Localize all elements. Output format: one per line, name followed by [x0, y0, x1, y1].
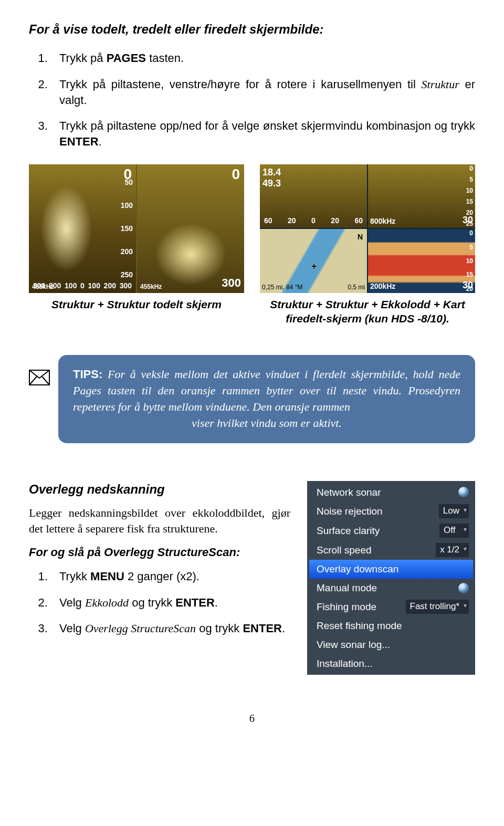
o-step-2: Velg Ekkolodd og trykk ENTER. — [51, 595, 290, 611]
menu-item[interactable]: Noise rejectionLow — [309, 501, 473, 521]
menu-item-label: Overlay downscan — [317, 562, 398, 576]
menu-item-label: Surface clarity — [317, 524, 380, 538]
steps-list-1: Trykk på PAGES tasten. Trykk på piltaste… — [51, 50, 475, 149]
menu-item-value[interactable]: Off — [439, 524, 469, 538]
quad-q2: 0 5 10 15 20 25 800kHz 30 — [368, 164, 475, 228]
step-3: Trykk på piltastene opp/ned for å velge … — [51, 118, 475, 149]
screenshot-left-col: 0 50 100 150 200 250 455kHz 300 200 100 … — [29, 164, 244, 326]
menu-item[interactable]: Scroll speedx 1/2 — [309, 540, 473, 560]
page-number: 6 — [29, 712, 475, 726]
step-1: Trykk på PAGES tasten. — [51, 50, 475, 66]
menu-item-label: Fishing mode — [317, 600, 376, 614]
menu-item-label: Scroll speed — [317, 543, 372, 557]
overlegg-body: Legger nedskanningsbildet over ekkoloddb… — [29, 505, 290, 536]
step-2: Trykk på piltastene, venstre/høyre for å… — [51, 77, 475, 108]
quad-echo: 0 5 10 15 20 200kHz 30 — [368, 229, 475, 293]
o-step-1: Trykk MENU 2 ganger (x2). — [51, 569, 290, 584]
menu-item-value[interactable]: Fast trolling* — [406, 600, 469, 614]
sonar-quad: 18.4 49.3 60 20 0 20 60 0 5 10 15 20 25 — [260, 164, 475, 293]
quad-map: N + 0,25 mi, 84 °M 0,5 mi — [260, 229, 367, 293]
menu-item[interactable]: Reset fishing mode — [309, 616, 473, 635]
overlegg-title: Overlegg nedskanning — [29, 481, 290, 498]
sonar-two-pane: 0 50 100 150 200 250 455kHz 300 200 100 … — [29, 164, 244, 293]
menu-screenshot: Network sonarNoise rejectionLowSurface c… — [307, 481, 475, 675]
radio-icon[interactable] — [458, 487, 469, 497]
menu-item-label: Manual mode — [317, 581, 377, 595]
radio-icon[interactable] — [458, 583, 469, 593]
menu-item-label: View sonar log... — [317, 638, 390, 652]
envelope-icon — [29, 370, 50, 385]
menu-item[interactable]: Network sonar — [309, 483, 473, 502]
sonar-pane-2: 0 455kHz 300 — [137, 164, 244, 293]
heading: For å vise todelt, tredelt eller firedel… — [29, 21, 475, 38]
menu-item-label: Installation... — [317, 657, 373, 671]
screenshot-left-caption: Struktur + Struktur todelt skjerm — [29, 297, 244, 311]
menu-item[interactable]: View sonar log... — [309, 635, 473, 654]
menu-item-value[interactable]: Low — [439, 504, 469, 518]
overlegg-section: Overlegg nedskanning Legger nedskannings… — [29, 481, 475, 675]
menu-item[interactable]: Overlay downscan — [309, 560, 473, 579]
menu-item[interactable]: Manual mode — [309, 579, 473, 598]
menu-item-label: Network sonar — [317, 486, 381, 499]
o-step-3: Velg Overlegg StructureScan og trykk ENT… — [51, 621, 290, 636]
screenshot-right-col: 18.4 49.3 60 20 0 20 60 0 5 10 15 20 25 — [260, 164, 475, 326]
tips-box: TIPS: For å veksle mellom det aktive vin… — [58, 355, 475, 443]
screenshot-row: 0 50 100 150 200 250 455kHz 300 200 100 … — [29, 164, 475, 326]
menu-item[interactable]: Installation... — [309, 654, 473, 673]
quad-q1: 18.4 49.3 60 20 0 20 60 — [260, 164, 367, 228]
steps-list-2: Trykk MENU 2 ganger (x2). Velg Ekkolodd … — [51, 569, 290, 636]
menu-item[interactable]: Surface clarityOff — [309, 521, 473, 540]
menu-item[interactable]: Fishing modeFast trolling* — [309, 597, 473, 616]
menu-item-label: Reset fishing mode — [317, 619, 402, 633]
screenshot-right-caption: Struktur + Struktur + Ekkolodd + Kart fi… — [260, 297, 475, 326]
sonar-pane-1: 0 50 100 150 200 250 455kHz 300 200 100 … — [29, 164, 136, 293]
menu-item-value[interactable]: x 1/2 — [436, 543, 469, 557]
tips-wrap: TIPS: For å veksle mellom det aktive vin… — [29, 355, 475, 443]
menu-item-label: Noise rejection — [317, 505, 383, 518]
overlegg-subhead: For og slå på Overlegg StructureScan: — [29, 545, 290, 560]
